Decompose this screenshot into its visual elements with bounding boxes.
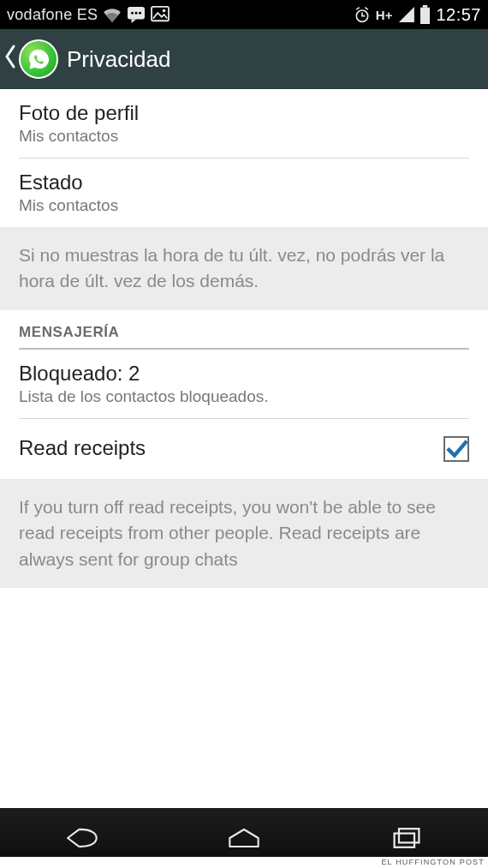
status-right: H+ 12:57	[354, 5, 481, 25]
section-header-messaging: MENSAJERÍA	[0, 310, 488, 348]
whatsapp-logo-icon	[19, 39, 58, 79]
settings-list[interactable]: Foto de perfil Mis contactos Estado Mis …	[0, 89, 488, 808]
clock-label: 12:57	[436, 5, 481, 25]
svg-rect-8	[420, 8, 430, 24]
network-type-label: H+	[376, 8, 393, 22]
info-last-seen-text: Si no muestras la hora de tu últ. vez, n…	[19, 245, 444, 290]
nav-recent-button[interactable]	[355, 817, 458, 859]
info-last-seen: Si no muestras la hora de tu últ. vez, n…	[0, 227, 488, 310]
row-profile-photo-title: Foto de perfil	[19, 101, 469, 125]
row-status[interactable]: Estado Mis contactos	[0, 159, 488, 227]
android-status-bar: vodafone ES H+ 12:57	[0, 0, 488, 29]
svg-point-1	[131, 12, 134, 15]
svg-point-5	[163, 9, 166, 13]
svg-rect-7	[423, 5, 428, 8]
battery-icon	[420, 5, 431, 24]
carrier-label: vodafone ES	[7, 6, 98, 24]
read-receipts-checkbox[interactable]	[443, 436, 469, 462]
row-read-receipts-title: Read receipts	[19, 436, 443, 460]
action-bar: Privacidad	[0, 29, 488, 89]
row-blocked-sub: Lista de los contactos bloqueados.	[19, 387, 469, 406]
svg-point-2	[135, 12, 138, 15]
nav-back-button[interactable]	[30, 817, 133, 859]
back-button[interactable]	[3, 45, 19, 75]
row-blocked[interactable]: Bloqueado: 2 Lista de los contactos bloq…	[0, 350, 488, 418]
svg-rect-4	[152, 7, 169, 21]
image-source-caption: EL HUFFINGTON POST	[0, 857, 488, 868]
row-status-title: Estado	[19, 171, 469, 195]
info-read-receipts: If you turn off read receipts, you won't…	[0, 479, 488, 588]
row-profile-photo[interactable]: Foto de perfil Mis contactos	[0, 89, 488, 158]
row-status-value: Mis contactos	[19, 196, 469, 215]
sms-notification-icon	[127, 6, 146, 23]
svg-point-3	[139, 12, 141, 15]
row-read-receipts[interactable]: Read receipts	[0, 419, 488, 479]
svg-rect-9	[395, 834, 414, 847]
page-title: Privacidad	[67, 46, 170, 73]
screen: vodafone ES H+ 12:57	[0, 0, 488, 868]
row-blocked-title: Bloqueado: 2	[19, 362, 469, 386]
nav-home-button[interactable]	[193, 817, 295, 859]
image-notification-icon	[151, 6, 170, 23]
signal-icon	[397, 7, 414, 22]
wifi-icon	[103, 7, 122, 22]
svg-rect-10	[399, 829, 419, 842]
alarm-icon	[354, 6, 371, 23]
row-profile-photo-value: Mis contactos	[19, 127, 469, 146]
status-left: vodafone ES	[7, 6, 170, 24]
info-read-receipts-text: If you turn off read receipts, you won't…	[19, 497, 436, 569]
